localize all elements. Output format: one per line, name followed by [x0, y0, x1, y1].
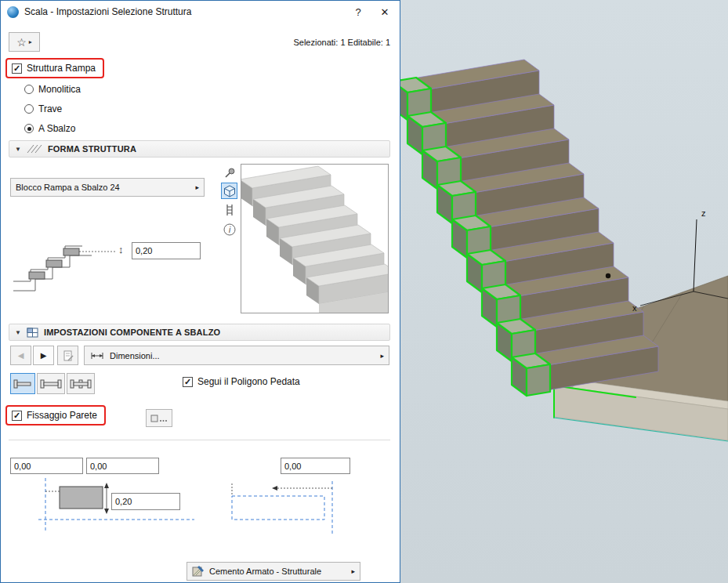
favorites-arrow-icon: ▸ — [29, 38, 32, 45]
dropdown-arrow-icon: ▸ — [195, 183, 199, 191]
cube-3d-icon — [223, 184, 237, 198]
radio-row-trave[interactable]: Trave — [24, 103, 62, 114]
cantilever-height-input[interactable] — [111, 493, 180, 510]
collapse-icon: ▼ — [15, 146, 21, 153]
segui-poligono-row[interactable]: ✓ Segui il Poligono Pedata — [183, 376, 300, 387]
annotation-box-fissaggio-parete: ✓ Fissaggio Parete — [5, 405, 106, 425]
pin-button[interactable] — [221, 164, 237, 180]
dialog-title: Scala - Impostazioni Selezione Struttura — [24, 6, 345, 17]
beam-profile-1-icon — [13, 378, 33, 390]
flight-section-icon — [223, 203, 237, 217]
stair-reference-point[interactable] — [606, 273, 610, 278]
collapse-icon: ▼ — [15, 329, 21, 336]
help-button[interactable]: ? — [345, 2, 371, 22]
selection-info: Selezionati: 1 Editabile: 1 — [293, 38, 390, 47]
segui-poligono-checkbox[interactable]: ✓ — [183, 377, 193, 387]
beam-profile-2-icon — [39, 378, 63, 390]
preview-3d-button[interactable] — [221, 183, 237, 199]
beam-profile-option-1[interactable] — [10, 373, 35, 394]
component-grid-icon — [27, 328, 38, 338]
annotation-box-struttura-rampa: ✓ Struttura Rampa — [5, 58, 104, 78]
beam-profile-option-3[interactable] — [67, 373, 95, 394]
nav-back-icon: ◀ — [18, 351, 24, 360]
structure-thickness-diagram — [7, 226, 121, 297]
material-dropdown[interactable]: Cemento Armato - Strutturale ▸ — [187, 562, 360, 581]
dropdown-arrow-icon: ▸ — [351, 567, 355, 575]
nav-back-button[interactable]: ◀ — [10, 346, 31, 365]
stair-3d-view[interactable]: z x — [400, 0, 728, 583]
wall-fixing-icon — [150, 413, 168, 424]
check-icon: ✓ — [184, 378, 191, 386]
dimensioni-dropdown[interactable]: Dimensioni... ▸ — [84, 346, 389, 365]
preview-stairs-image — [241, 165, 388, 313]
offset-b-input[interactable] — [86, 458, 159, 474]
struttura-rampa-label: Struttura Rampa — [27, 63, 96, 74]
axis-x-label: x — [632, 303, 637, 313]
z-axis-line — [694, 219, 697, 292]
beam-profile-option-2[interactable] — [37, 373, 65, 394]
fissaggio-parete-checkbox[interactable]: ✓ — [12, 411, 22, 421]
edit-sheet-icon — [62, 349, 74, 362]
radio-row-monolitica[interactable]: Monolitica — [24, 84, 81, 95]
a-sbalzo-label: A Sbalzo — [38, 123, 75, 134]
dropdown-arrow-icon: ▸ — [380, 352, 384, 360]
landing-profile-diagram — [223, 477, 344, 540]
monolitica-label: Monolitica — [38, 84, 81, 95]
material-value: Cemento Armato - Strutturale — [209, 567, 321, 576]
offset-a-input[interactable] — [10, 458, 83, 474]
profile-dropdown-value: Blocco Rampa a Sbalzo 24 — [16, 183, 120, 192]
info-button[interactable]: i — [221, 221, 237, 237]
favorites-button[interactable]: ☆ ▸ — [9, 32, 40, 52]
updown-arrow-icon: ↕ — [118, 244, 124, 255]
check-icon: ✓ — [13, 64, 20, 73]
radio-row-a-sbalzo[interactable]: A Sbalzo — [24, 123, 75, 134]
nav-forward-icon: ▶ — [41, 351, 47, 360]
stair-settings-dialog: Scala - Impostazioni Selezione Struttura… — [0, 0, 400, 583]
divider — [9, 440, 390, 440]
segui-poligono-label: Segui il Poligono Pedata — [197, 376, 300, 387]
titlebar[interactable]: Scala - Impostazioni Selezione Struttura… — [1, 1, 400, 23]
trave-label: Trave — [38, 103, 62, 114]
edit-scheme-button[interactable] — [57, 346, 78, 365]
struttura-rampa-checkbox[interactable]: ✓ — [12, 63, 22, 74]
star-icon: ☆ — [16, 36, 27, 49]
profile-dropdown[interactable]: Blocco Rampa a Sbalzo 24 ▸ — [10, 178, 205, 197]
wall-fixing-options-button[interactable] — [146, 409, 172, 427]
thickness-input[interactable] — [132, 242, 201, 259]
axis-z-label: z — [701, 208, 706, 218]
dimension-icon — [89, 350, 105, 361]
pin-icon — [223, 165, 237, 179]
componente-title: IMPOSTAZIONI COMPONENTE A SBALZO — [44, 328, 220, 337]
offset-c-input[interactable] — [281, 458, 350, 474]
monolitica-radio[interactable] — [24, 85, 34, 94]
dimensioni-label: Dimensioni... — [110, 351, 160, 360]
close-button[interactable]: ✕ — [371, 2, 398, 22]
hatch-icon — [27, 144, 42, 154]
fissaggio-parete-label: Fissaggio Parete — [27, 410, 97, 421]
section-header-forma-struttura[interactable]: ▼ FORMA STRUTTURA — [9, 140, 390, 158]
check-icon: ✓ — [13, 411, 20, 420]
beam-profile-3-icon — [69, 378, 92, 390]
section-header-componente[interactable]: ▼ IMPOSTAZIONI COMPONENTE A SBALZO — [9, 324, 390, 341]
screen: Scala - Impostazioni Selezione Struttura… — [0, 0, 728, 583]
structure-preview[interactable] — [241, 164, 389, 313]
nav-forward-button[interactable]: ▶ — [33, 346, 54, 365]
viewport-3d[interactable]: z x — [400, 0, 728, 583]
a-sbalzo-radio[interactable] — [24, 124, 34, 133]
material-icon — [192, 565, 205, 578]
forma-struttura-title: FORMA STRUTTURA — [48, 144, 136, 154]
app-icon — [7, 6, 19, 18]
section-view-button[interactable] — [221, 201, 237, 218]
info-icon: i — [223, 223, 237, 237]
trave-radio[interactable] — [24, 104, 34, 114]
